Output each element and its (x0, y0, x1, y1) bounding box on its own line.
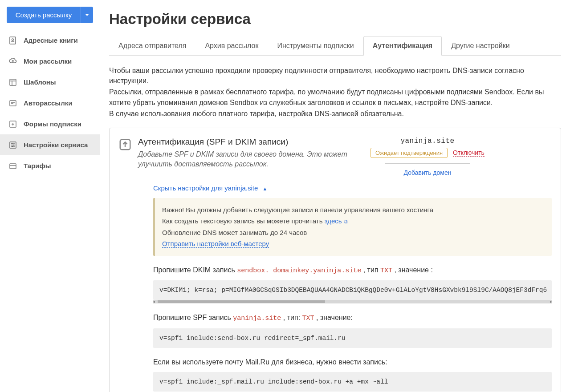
form-icon (8, 119, 17, 129)
settings-tabs: Адреса отправителя Архив рассылок Инстру… (109, 36, 561, 56)
mailru-value[interactable]: v=spf1 include:_spf.mail.ru include:send… (153, 372, 552, 392)
domain-name: yaninja.site (361, 137, 494, 145)
disable-link[interactable]: Отключить (453, 149, 484, 157)
tab-authentication[interactable]: Аутентификация (363, 36, 442, 56)
help-link[interactable]: здесь⧉ (325, 217, 348, 225)
tab-archive[interactable]: Архив рассылок (195, 36, 268, 56)
spf-type: TXT (302, 315, 314, 322)
svg-rect-16 (10, 164, 16, 169)
panel-subtitle: Добавьте SPF и DKIM записи для своего до… (138, 150, 361, 169)
page-title: Настройки сервиса (109, 11, 561, 28)
wallet-icon (8, 161, 17, 170)
sidebar-item-my-campaigns[interactable]: Мои рассылки (0, 51, 100, 72)
spf-record: Пропишите SPF запись yaninja.site , тип:… (153, 312, 552, 348)
external-link-icon: ⧉ (344, 218, 348, 225)
scrollbar[interactable]: ◂▸ (153, 300, 552, 303)
sidebar-item-label: Авторассылки (24, 99, 72, 107)
spf-value[interactable]: v=spf1 include:send-box.ru redirect=_spf… (153, 328, 552, 348)
caret-down-icon (85, 14, 89, 16)
alert-box: Важно! Вы должны добавить следующие запи… (153, 198, 552, 256)
send-to-webmaster-link[interactable]: Отправить настройки веб-мастеру (162, 240, 269, 248)
sidebar-item-tariffs[interactable]: Тарифы (0, 155, 100, 176)
tab-subscription-tools[interactable]: Инструменты подписки (268, 36, 363, 56)
sidebar-item-label: Шаблоны (24, 78, 56, 86)
book-icon (8, 36, 17, 45)
svg-rect-5 (10, 101, 16, 106)
main-content: Настройки сервиса Адреса отправителя Арх… (100, 0, 570, 392)
tab-other-settings[interactable]: Другие настройки (442, 36, 519, 56)
cloud-upload-icon (8, 57, 17, 66)
upload-icon (118, 137, 138, 176)
divider (385, 163, 470, 164)
spf-host: yaninja.site (233, 315, 281, 322)
dkim-record: Пропишите DKIM запись sendbox._domainkey… (153, 265, 552, 304)
sidebar-item-service-settings[interactable]: Настройки сервиса (0, 134, 100, 155)
intro-text: Чтобы ваши рассылки успешно проходили пр… (109, 65, 561, 119)
dkim-type: TXT (380, 267, 392, 275)
sidebar-item-label: Настройки сервиса (24, 141, 88, 149)
sidebar-item-label: Формы подписки (24, 120, 81, 128)
add-domain-link[interactable]: Добавить домен (404, 169, 452, 176)
svg-point-1 (12, 39, 13, 40)
sidebar-item-subscription-forms[interactable]: Формы подписки (0, 113, 100, 134)
settings-icon (8, 140, 17, 150)
tab-sender-addresses[interactable]: Адреса отправителя (109, 36, 195, 56)
sidebar-item-address-books[interactable]: Адресные книги (0, 30, 100, 51)
mailru-record: Если вы используете почту Mail.Ru для би… (153, 357, 552, 392)
panel-title: Аутентификация (SPF и DKIM записи) (138, 137, 361, 147)
sidebar-item-label: Тарифы (24, 162, 51, 170)
auth-panel: Аутентификация (SPF и DKIM записи) Добав… (109, 128, 561, 392)
autoresponder-icon (8, 98, 17, 108)
svg-rect-2 (10, 79, 16, 85)
dkim-host: sendbox._domainkey.yaninja.site (237, 267, 361, 275)
dkim-value[interactable]: v=DKIM1; k=rsa; p=MIGfMA0GCSqGSIb3DQEBAQ… (153, 280, 552, 300)
status-badge: Ожидает подтверждения (370, 148, 448, 158)
svg-point-15 (12, 145, 13, 147)
sidebar: Создать рассылку Адресные книги Мои расс… (0, 0, 100, 392)
toggle-settings-link[interactable]: Скрыть настройки для yaninja.site (153, 184, 258, 192)
template-icon (8, 77, 17, 87)
svg-point-13 (11, 143, 12, 144)
create-campaign-button[interactable]: Создать рассылку (7, 7, 81, 23)
sidebar-item-label: Мои рассылки (24, 57, 72, 65)
create-campaign-caret[interactable] (81, 7, 93, 23)
sidebar-item-label: Адресные книги (24, 36, 78, 44)
dns-settings: Важно! Вы должны добавить следующие запи… (153, 198, 552, 392)
svg-point-14 (13, 144, 14, 145)
sidebar-item-autoresponders[interactable]: Авторассылки (0, 93, 100, 113)
sidebar-item-templates[interactable]: Шаблоны (0, 72, 100, 93)
caret-up-icon: ▲ (263, 186, 268, 191)
